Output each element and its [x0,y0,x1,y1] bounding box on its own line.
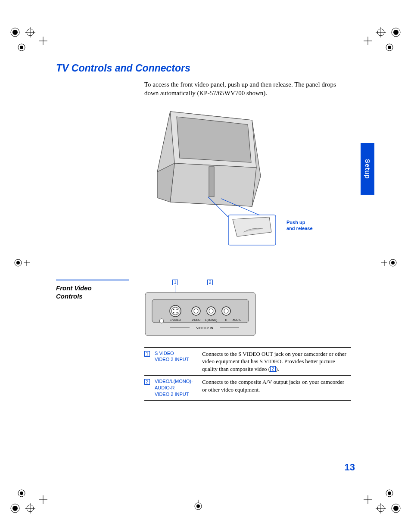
table-row: 2 VIDEO/L(MONO)-AUDIO-R VIDEO 2 INPUT Co… [144,376,351,401]
svg-rect-52 [209,167,214,197]
crop-mark-bl [9,489,47,515]
tv-illustration: Push up and release [144,107,347,254]
row-label-2: VIDEO/L(MONO)-AUDIO-R VIDEO 2 INPUT [155,376,202,401]
svg-point-19 [16,261,20,264]
row-desc-2: Connects to the composite A/V output jac… [202,376,351,401]
intro-paragraph: To access the front video panel, push up… [144,80,347,98]
page-content: TV Controls and Connectors To access the… [56,62,358,401]
svg-point-34 [20,492,23,495]
svg-point-27 [12,506,18,511]
side-tab-setup: Setup [361,143,374,195]
label-video: VIDEO [192,318,200,321]
subsection-title: Front Video Controls [56,284,129,301]
front-panel-illustration: 1 2 [144,280,256,342]
label-svideo: S VIDEO [170,318,181,321]
label-audio: AUDIO [233,318,242,321]
svg-point-39 [393,506,399,511]
svg-point-23 [391,261,395,264]
svg-point-60 [171,307,179,315]
callout-push-up: Push up and release [286,219,313,232]
label-r: R [225,318,227,321]
panel-callout-2: 2 [207,280,213,285]
svg-point-66 [194,309,198,313]
crop-mark-bm [190,500,207,513]
svg-point-46 [388,492,391,495]
crop-mark-tr [364,26,402,52]
crop-mark-tl [9,26,47,52]
panel-callout-1: 1 [172,280,178,285]
svg-point-17 [388,46,391,49]
svg-point-70 [224,309,228,313]
svg-point-10 [393,30,399,35]
svg-point-71 [159,319,164,323]
svg-point-61 [173,308,174,310]
svg-point-36 [196,504,200,508]
label-lmono: L(MONO) [205,318,217,322]
svg-point-64 [177,312,178,313]
crop-mark-ml [13,256,30,269]
svg-point-1 [12,30,18,35]
row-num-2: 2 [144,379,150,385]
label-video2in: VIDEO 2 IN [196,326,213,330]
row-desc-1: Connects to the S VIDEO OUT jack on your… [202,347,351,376]
crop-mark-br [364,489,402,515]
row-label-1: S VIDEO VIDEO 2 INPUT [155,347,202,376]
svg-point-68 [209,309,213,313]
svg-point-63 [173,312,174,313]
table-row: 1 S VIDEO VIDEO 2 INPUT Connects to the … [144,347,351,376]
row-num-1: 1 [144,351,150,357]
svg-marker-49 [177,117,251,162]
page-number: 13 [345,462,355,473]
crop-mark-mr [381,256,398,269]
svg-point-8 [20,46,23,49]
section-title: TV Controls and Connectors [56,62,358,74]
connector-table: 1 S VIDEO VIDEO 2 INPUT Connects to the … [144,347,351,401]
svg-point-62 [177,308,178,310]
